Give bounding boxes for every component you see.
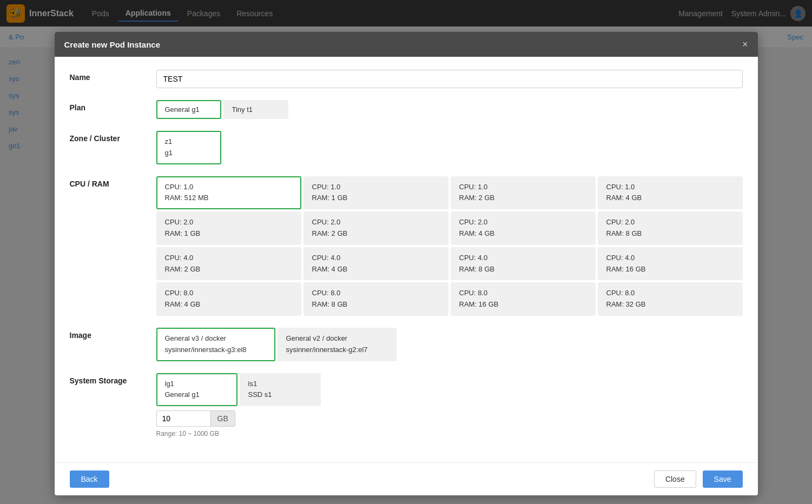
plan-options: General g1 Tiny t1 (156, 100, 743, 119)
cpu-ram-option-14[interactable]: CPU: 8.0RAM: 16 GB (451, 282, 596, 316)
image-v3-line2: sysinner/innerstack-g3:el8 (165, 344, 267, 356)
close-button[interactable]: Close (654, 470, 696, 488)
zone-option-z1g1[interactable]: z1 g1 (156, 131, 221, 164)
modal-title: Create new Pod Instance (64, 40, 161, 49)
cpu-ram-option-13[interactable]: CPU: 8.0RAM: 8 GB (303, 282, 448, 316)
plan-option-general[interactable]: General g1 (156, 100, 221, 119)
plan-label: Plan (70, 100, 156, 112)
zone-line2: g1 (165, 148, 213, 159)
image-v2-line1: General v2 / docker (286, 333, 388, 344)
cpu-ram-option-0[interactable]: CPU: 1.0RAM: 512 MB (156, 176, 301, 210)
create-pod-modal: Create new Pod Instance × Name Plan Gene… (55, 32, 758, 495)
cpu-ram-option-9[interactable]: CPU: 4.0RAM: 4 GB (303, 247, 448, 281)
storage-size-input[interactable] (156, 410, 210, 427)
image-options: General v3 / docker sysinner/innerstack-… (156, 328, 743, 361)
storage-ls1-line2: SSD s1 (248, 389, 312, 401)
plan-row: Plan General g1 Tiny t1 (70, 100, 743, 119)
storage-lg1-line2: General g1 (165, 389, 229, 401)
image-v3-line1: General v3 / docker (165, 333, 267, 344)
image-option-v2[interactable]: General v2 / docker sysinner/innerstack-… (278, 328, 397, 361)
cpu-ram-option-4[interactable]: CPU: 2.0RAM: 1 GB (156, 211, 301, 245)
cpu-ram-option-11[interactable]: CPU: 4.0RAM: 16 GB (598, 247, 743, 281)
zone-label: Zone / Cluster (70, 131, 156, 143)
name-input[interactable] (156, 70, 743, 88)
cpu-ram-option-10[interactable]: CPU: 4.0RAM: 8 GB (451, 247, 596, 281)
modal-header: Create new Pod Instance × (55, 32, 758, 57)
cpu-ram-grid: CPU: 1.0RAM: 512 MBCPU: 1.0RAM: 1 GBCPU:… (156, 176, 743, 316)
cpu-ram-option-15[interactable]: CPU: 8.0RAM: 32 GB (598, 282, 743, 316)
storage-label: System Storage (70, 373, 156, 385)
back-button[interactable]: Back (70, 470, 109, 488)
storage-ls1-line1: ls1 (248, 379, 312, 390)
name-label: Name (70, 70, 156, 82)
cpu-ram-option-7[interactable]: CPU: 2.0RAM: 8 GB (598, 211, 743, 245)
cpu-ram-option-1[interactable]: CPU: 1.0RAM: 1 GB (303, 176, 448, 210)
cpu-ram-option-5[interactable]: CPU: 2.0RAM: 2 GB (303, 211, 448, 245)
modal-body: Name Plan General g1 Tiny t1 Zone / Clus… (55, 57, 758, 462)
cpu-ram-label: CPU / RAM (70, 176, 156, 188)
image-label: Image (70, 328, 156, 340)
storage-fields: lg1 General g1 ls1 SSD s1 GB Range: 10 ~… (156, 373, 743, 438)
cpu-ram-option-8[interactable]: CPU: 4.0RAM: 2 GB (156, 247, 301, 281)
modal-overlay: Create new Pod Instance × Name Plan Gene… (0, 0, 812, 504)
cpu-ram-option-12[interactable]: CPU: 8.0RAM: 4 GB (156, 282, 301, 316)
zone-row: Zone / Cluster z1 g1 (70, 131, 743, 164)
cpu-ram-option-2[interactable]: CPU: 1.0RAM: 2 GB (451, 176, 596, 210)
name-row: Name (70, 70, 743, 88)
storage-type-grid: lg1 General g1 ls1 SSD s1 (156, 373, 743, 407)
cpu-ram-fields: CPU: 1.0RAM: 512 MBCPU: 1.0RAM: 1 GBCPU:… (156, 176, 743, 316)
cpu-ram-option-3[interactable]: CPU: 1.0RAM: 4 GB (598, 176, 743, 210)
storage-option-lg1[interactable]: lg1 General g1 (156, 373, 237, 407)
storage-lg1-line1: lg1 (165, 379, 229, 390)
image-option-v3[interactable]: General v3 / docker sysinner/innerstack-… (156, 328, 275, 361)
zone-line1: z1 (165, 136, 213, 148)
image-row: Image General v3 / docker sysinner/inner… (70, 328, 743, 361)
cpu-ram-row: CPU / RAM CPU: 1.0RAM: 512 MBCPU: 1.0RAM… (70, 176, 743, 316)
modal-close-button[interactable]: × (742, 39, 748, 49)
storage-row: System Storage lg1 General g1 ls1 SSD s1 (70, 373, 743, 438)
name-fields (156, 70, 743, 88)
plan-option-tiny[interactable]: Tiny t1 (223, 100, 288, 119)
storage-range-text: Range: 10 ~ 1000 GB (156, 430, 743, 437)
modal-footer: Back Close Save (55, 462, 758, 495)
footer-right-buttons: Close Save (654, 470, 743, 488)
storage-unit: GB (210, 410, 235, 427)
save-button[interactable]: Save (703, 470, 743, 488)
cpu-ram-option-6[interactable]: CPU: 2.0RAM: 4 GB (451, 211, 596, 245)
image-v2-line2: sysinner/innerstack-g2:el7 (286, 344, 388, 356)
storage-option-ls1[interactable]: ls1 SSD s1 (240, 373, 321, 407)
storage-size-row: GB (156, 410, 743, 427)
zone-options: z1 g1 (156, 131, 743, 164)
